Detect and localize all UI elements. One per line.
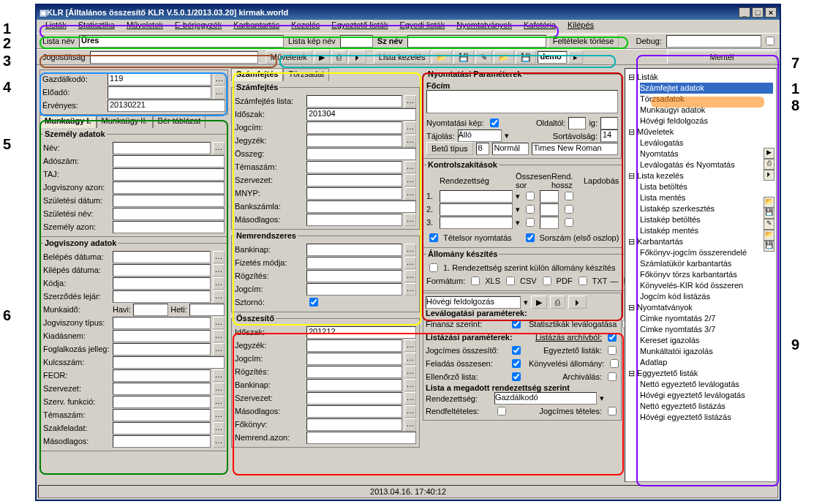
menu-statisztika[interactable]: Statisztika [74,20,119,33]
osz-idoszak-input[interactable]: 201212 [306,326,416,339]
nev-input[interactable] [113,142,211,154]
menu-eberjegyzek[interactable]: E-bérjegyzék [170,20,226,33]
run2-icon[interactable]: ⏵ [568,296,587,309]
jogosultsag-input[interactable] [90,51,258,64]
szf-idoszak-input[interactable]: 201304 [306,108,416,121]
rendkulon-checkbox[interactable] [429,263,438,272]
mentei-button[interactable]: Mentéi [667,50,777,64]
tree-playprint-icon[interactable]: ⏵ [764,170,775,181]
listakepnev-label: Lista kép név [285,35,339,47]
jogv-legend: Jogviszony adatok [43,238,118,247]
nyomtkep-checkbox[interactable] [490,119,499,127]
heti-input[interactable] [189,304,225,316]
lk-save2-icon[interactable]: 💾 [516,50,536,64]
tree-munkaugyi[interactable]: Munkaügyi adatok [640,105,773,116]
fontname-input[interactable]: Times New Roman [532,143,618,155]
oldaltol-input[interactable] [568,117,586,129]
tree-open-icon[interactable]: 📂 [764,197,775,208]
tree-save-icon[interactable]: 💾 [764,208,775,219]
menu-listak[interactable]: Listák [41,20,71,33]
lk-open-icon[interactable]: 📂 [432,50,452,64]
fontsize-input[interactable]: 8 [476,143,489,155]
fontstyle-input[interactable]: Normál [492,143,529,155]
demo-go-icon[interactable]: ▸ [568,50,583,64]
eloado-lookup-button[interactable]: … [214,86,225,99]
run-icon[interactable]: ▶ [531,296,547,309]
tree-play-icon[interactable]: ▶ [764,148,775,159]
op-play-icon[interactable]: ▶ [314,50,330,64]
lk-save-icon[interactable]: 💾 [453,50,474,64]
menu-kafeteria[interactable]: Kafetéria [519,20,560,33]
havi-input[interactable] [133,304,168,316]
gazdkodo-input[interactable]: 119 [108,73,211,86]
feltetelek-torlese-button[interactable]: Feltételek törlése [548,34,619,48]
tree-root[interactable]: Listák [637,72,658,81]
menu-egyedi[interactable]: Egyedi listák [395,20,449,33]
tetsor-checkbox[interactable] [429,233,438,242]
tajolas-combo[interactable]: Álló [458,129,502,142]
szulnev-input[interactable] [113,208,225,220]
sznev-input[interactable] [407,35,546,48]
ig-input[interactable] [600,117,618,129]
debug-input[interactable] [666,35,761,48]
menu-muveletek[interactable]: Műveletek [122,20,167,33]
jogvazon-input[interactable] [113,181,225,194]
debug-label: Debug: [633,35,665,47]
menu-kezeles[interactable]: Kezelés [287,20,324,33]
kilepes-input[interactable] [113,264,211,277]
tree-edit-icon[interactable]: ✎ [764,219,775,230]
lk-open2-icon[interactable]: 📂 [494,50,514,64]
sorszam-checkbox[interactable] [526,233,535,242]
listanev-input[interactable]: Üres [79,35,284,48]
szemely-group: Személy adatok Név:… Adószám: TAJ: Jogvi… [39,129,228,237]
osszesito-group: Összesítő Időszak:201212 Jegyzék:… Jogcí… [231,314,420,448]
listakezeles-button[interactable]: Lista kezelés [374,50,431,64]
feldolgozas-combo[interactable]: Hóvégi feldolgozás [426,296,521,309]
tree-print-icon[interactable]: ⎙ [764,159,775,170]
tab-torzsadat[interactable]: Törzsadat [283,68,329,81]
menu-egyezteto[interactable]: Egyeztető listák [327,20,392,33]
eloado-input[interactable] [108,86,211,99]
szerzlejar-input[interactable] [113,290,211,303]
tree-open2-icon[interactable]: 📂 [764,230,775,241]
tab-munkaugy1[interactable]: Munkaügy I. [39,115,97,128]
belepes-input[interactable] [113,251,211,263]
menu-karbantartas[interactable]: Karbantartás [229,20,284,33]
rend-combo[interactable]: Gazdálkodó [494,392,597,405]
szemelyazon-input[interactable] [113,221,225,233]
adoszam-input[interactable] [113,155,225,168]
close-button[interactable]: × [765,7,777,18]
maximize-button[interactable]: □ [752,7,764,18]
gazdkodo-lookup-button[interactable]: … [214,73,225,86]
op-run-icon[interactable]: ⏵ [348,50,366,64]
muveletek-button[interactable]: Műveletek [265,50,312,64]
ervenyes-input[interactable]: 20130221 [108,99,225,112]
tab-munkaugy2[interactable]: Munkaügy II. [97,115,153,128]
minimize-button[interactable]: _ [739,7,750,18]
menu-nyomtatvanyok[interactable]: Nyomtatványok [452,20,516,33]
op-print-icon[interactable]: ⎙ [331,50,347,64]
debug-checkbox[interactable] [766,37,775,45]
tab-bertabla[interactable]: Bér táblázat [153,115,206,128]
lk-edit-icon[interactable]: ✎ [475,50,492,64]
tree-save2-icon[interactable]: 💾 [764,241,775,252]
status-time: 2013.04.16. 17:40:12 [370,487,446,496]
focim-input[interactable] [426,90,618,113]
status-bar: 2013.04.16. 17:40:12 [38,485,778,498]
tree-hovegi[interactable]: Hóvégi feldolgozás [640,116,773,127]
szuldatum-input[interactable] [113,195,225,207]
sortav-input[interactable]: 14 [600,129,618,142]
betutipus-button[interactable]: Betű típus [426,142,473,155]
tab-szamfejtes[interactable]: Számfejtés [231,68,283,81]
demo-input[interactable]: demo [538,51,567,64]
feldolgozas-panel: Hóvégi feldolgozás▾ ▶ ⎙ ⏵ Leválogatási p… [423,293,622,421]
tree-szamfejtet[interactable]: Számfejtet adatok [640,83,773,94]
allomany-group: Állomány készítés 1. Rendezettség szerin… [423,249,657,291]
menu-kilepes[interactable]: Kilépés [563,20,598,33]
taj-input[interactable] [113,168,225,181]
kodja-input[interactable] [113,277,211,290]
tree-torzsadatok[interactable]: Törzsadatok [640,94,773,105]
sztorno-checkbox[interactable] [309,298,318,306]
print-icon[interactable]: ⎙ [550,296,565,309]
archivbol-link[interactable]: Listázás archívból: [535,333,602,342]
